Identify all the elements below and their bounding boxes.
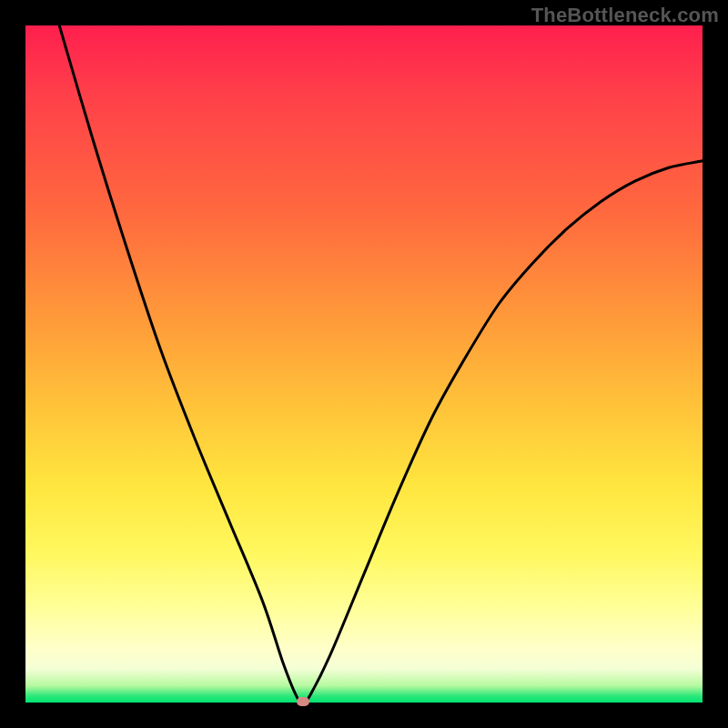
- chart-frame: TheBottleneck.com: [0, 0, 728, 728]
- watermark-text: TheBottleneck.com: [531, 4, 719, 27]
- bottleneck-curve-svg: [25, 25, 703, 703]
- bottleneck-curve-path: [59, 25, 703, 703]
- min-point-marker: [297, 697, 309, 706]
